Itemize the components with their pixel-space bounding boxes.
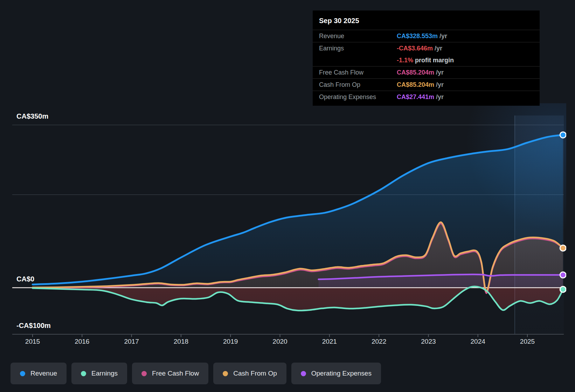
profit-margin-value: -1.1% [397,57,413,64]
legend-label: Operating Expenses [311,370,372,377]
x-axis-label-2024: 2024 [471,338,486,345]
financial-history-chart-page: 2015201620172018201920202021202220232024… [0,0,575,392]
tooltip-row-earnings: Earnings -CA$3.646m /yr [313,42,540,54]
legend-label: Earnings [91,370,118,377]
revenue-value: CA$328.553m [397,33,438,40]
x-axis-label-2018: 2018 [174,338,188,345]
legend-label: Free Cash Flow [152,370,199,377]
end-marker-revenue[interactable] [560,132,566,138]
legend-item-free-cash-flow[interactable]: Free Cash Flow [132,363,208,384]
x-axis-label-2020: 2020 [272,338,287,345]
legend-label: Revenue [30,370,57,377]
area-fill-earnings [33,287,563,311]
revenue-legend-dot-icon [20,371,25,376]
free-cash-flow-value: CA$85.204m [397,69,434,76]
tooltip-row-revenue: Revenue CA$328.553m /yr [313,30,540,42]
x-axis-label-2022: 2022 [372,338,386,345]
chart-tooltip: Sep 30 2025 Revenue CA$328.553m /yr Earn… [313,10,540,106]
end-marker-operating-expenses[interactable] [560,272,566,278]
x-axis-label-2023: 2023 [421,338,436,345]
cash-from-op-value: CA$85.204m [397,81,434,88]
operating-expenses-value: CA$27.441m [397,93,434,100]
x-axis-label-2015: 2015 [25,338,40,345]
x-axis-label-2016: 2016 [75,338,89,345]
earnings-value: -CA$3.646m [397,45,433,52]
area-fill-revenue [33,135,563,288]
x-axis-label-2025: 2025 [520,338,535,345]
y-axis-label-350m: CA$350m [16,112,48,120]
legend-item-earnings[interactable]: Earnings [71,363,127,384]
x-axis-label-2021: 2021 [322,338,337,345]
legend-item-cash-from-op[interactable]: Cash From Op [213,363,286,384]
legend-item-revenue[interactable]: Revenue [11,363,67,384]
legend-label: Cash From Op [233,370,277,377]
earnings-legend-dot-icon [81,371,86,376]
cash-from-op-legend-dot-icon [223,371,228,376]
tooltip-row-free-cash-flow: Free Cash Flow CA$85.204m /yr [313,66,540,78]
x-axis-label-2017: 2017 [124,338,139,345]
operating-expenses-legend-dot-icon [301,371,306,376]
free-cash-flow-legend-dot-icon [141,371,147,376]
end-marker-earnings[interactable] [560,286,566,292]
end-marker-cash-from-op[interactable] [560,245,566,251]
tooltip-row-profit-margin: -1.1% profit margin [313,54,540,66]
chart-legend: Revenue Earnings Free Cash Flow Cash Fro… [11,363,381,384]
tooltip-row-operating-expenses: Operating Expenses CA$27.441m /yr [313,91,540,103]
tooltip-row-cash-from-op: Cash From Op CA$85.204m /yr [313,78,540,91]
y-axis-label--100m: -CA$100m [16,322,51,329]
y-axis-label-0m: CA$0 [16,275,34,283]
x-axis-label-2019: 2019 [223,338,238,345]
legend-item-operating-expenses[interactable]: Operating Expenses [291,363,381,384]
tooltip-date: Sep 30 2025 [313,14,540,30]
